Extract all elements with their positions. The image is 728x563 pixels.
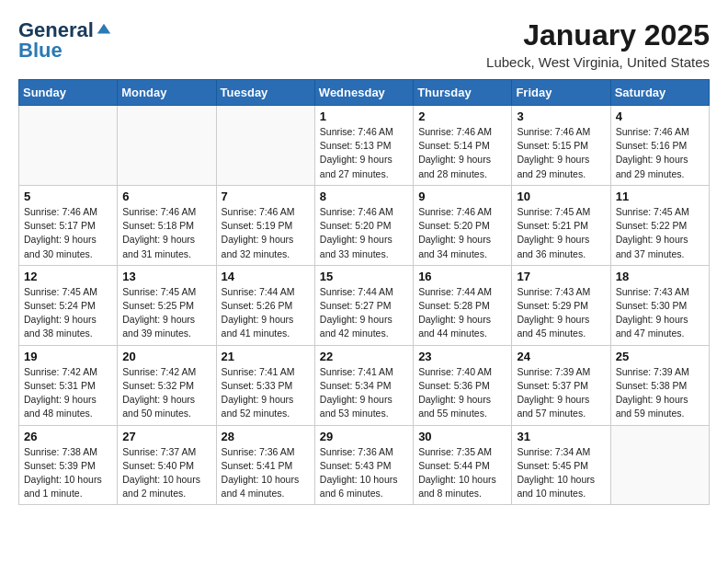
calendar-cell: 28Sunrise: 7:36 AM Sunset: 5:41 PM Dayli… xyxy=(216,425,314,505)
day-number: 22 xyxy=(320,350,408,363)
calendar-cell xyxy=(216,106,314,186)
calendar-cell: 13Sunrise: 7:45 AM Sunset: 5:25 PM Dayli… xyxy=(118,265,216,345)
calendar-cell: 30Sunrise: 7:35 AM Sunset: 5:44 PM Dayli… xyxy=(414,425,512,505)
day-number: 31 xyxy=(517,430,605,443)
day-header-saturday: Saturday xyxy=(610,80,709,106)
day-info: Sunrise: 7:46 AM Sunset: 5:19 PM Dayligh… xyxy=(222,205,310,261)
day-number: 7 xyxy=(222,190,310,203)
calendar-cell xyxy=(610,425,709,505)
calendar-cell: 31Sunrise: 7:34 AM Sunset: 5:45 PM Dayli… xyxy=(512,425,610,505)
calendar-cell: 25Sunrise: 7:39 AM Sunset: 5:38 PM Dayli… xyxy=(610,345,709,425)
day-number: 2 xyxy=(418,109,506,123)
calendar-cell: 10Sunrise: 7:45 AM Sunset: 5:21 PM Dayli… xyxy=(512,185,610,265)
calendar-cell: 4Sunrise: 7:46 AM Sunset: 5:16 PM Daylig… xyxy=(610,106,709,186)
week-row-2: 5Sunrise: 7:46 AM Sunset: 5:17 PM Daylig… xyxy=(19,185,710,265)
day-number: 25 xyxy=(616,350,704,363)
day-number: 30 xyxy=(418,430,506,443)
week-row-1: 1Sunrise: 7:46 AM Sunset: 5:13 PM Daylig… xyxy=(19,106,710,186)
calendar-cell: 15Sunrise: 7:44 AM Sunset: 5:27 PM Dayli… xyxy=(314,265,413,345)
day-number: 21 xyxy=(222,350,310,363)
calendar-cell: 22Sunrise: 7:41 AM Sunset: 5:34 PM Dayli… xyxy=(314,345,413,425)
svg-marker-0 xyxy=(97,24,110,34)
day-number: 5 xyxy=(24,190,112,203)
calendar-cell: 12Sunrise: 7:45 AM Sunset: 5:24 PM Dayli… xyxy=(19,265,118,345)
day-number: 14 xyxy=(222,270,310,283)
calendar-cell: 24Sunrise: 7:39 AM Sunset: 5:37 PM Dayli… xyxy=(512,345,610,425)
week-row-3: 12Sunrise: 7:45 AM Sunset: 5:24 PM Dayli… xyxy=(19,265,710,345)
day-number: 26 xyxy=(24,430,112,443)
location: Lubeck, West Virginia, United States xyxy=(486,54,710,70)
day-info: Sunrise: 7:38 AM Sunset: 5:39 PM Dayligh… xyxy=(24,445,112,501)
logo-blue: Blue xyxy=(18,39,63,63)
calendar-cell xyxy=(118,106,216,186)
day-number: 13 xyxy=(122,270,210,283)
day-info: Sunrise: 7:46 AM Sunset: 5:20 PM Dayligh… xyxy=(418,205,506,261)
day-number: 24 xyxy=(517,350,605,363)
calendar-cell: 14Sunrise: 7:44 AM Sunset: 5:26 PM Dayli… xyxy=(216,265,314,345)
calendar-cell: 16Sunrise: 7:44 AM Sunset: 5:28 PM Dayli… xyxy=(414,265,512,345)
day-info: Sunrise: 7:46 AM Sunset: 5:13 PM Dayligh… xyxy=(320,125,408,181)
day-info: Sunrise: 7:39 AM Sunset: 5:37 PM Dayligh… xyxy=(517,365,605,421)
day-number: 19 xyxy=(24,350,112,363)
calendar-cell: 27Sunrise: 7:37 AM Sunset: 5:40 PM Dayli… xyxy=(118,425,216,505)
day-number: 11 xyxy=(616,190,704,203)
day-info: Sunrise: 7:41 AM Sunset: 5:34 PM Dayligh… xyxy=(320,365,408,421)
day-info: Sunrise: 7:36 AM Sunset: 5:43 PM Dayligh… xyxy=(320,445,408,501)
day-info: Sunrise: 7:34 AM Sunset: 5:45 PM Dayligh… xyxy=(517,445,605,501)
header: General Blue January 2025 Lubeck, West V… xyxy=(18,18,710,70)
day-info: Sunrise: 7:40 AM Sunset: 5:36 PM Dayligh… xyxy=(418,365,506,421)
calendar-cell: 9Sunrise: 7:46 AM Sunset: 5:20 PM Daylig… xyxy=(414,185,512,265)
day-info: Sunrise: 7:43 AM Sunset: 5:30 PM Dayligh… xyxy=(616,285,704,341)
day-info: Sunrise: 7:35 AM Sunset: 5:44 PM Dayligh… xyxy=(418,445,506,501)
day-info: Sunrise: 7:41 AM Sunset: 5:33 PM Dayligh… xyxy=(222,365,310,421)
calendar-cell: 5Sunrise: 7:46 AM Sunset: 5:17 PM Daylig… xyxy=(19,185,118,265)
day-number: 17 xyxy=(517,270,605,283)
day-info: Sunrise: 7:45 AM Sunset: 5:24 PM Dayligh… xyxy=(24,285,112,341)
calendar-cell: 8Sunrise: 7:46 AM Sunset: 5:20 PM Daylig… xyxy=(314,185,413,265)
day-header-monday: Monday xyxy=(118,80,216,106)
day-header-tuesday: Tuesday xyxy=(216,80,314,106)
logo: General Blue xyxy=(18,18,112,63)
day-number: 27 xyxy=(122,430,210,443)
day-info: Sunrise: 7:39 AM Sunset: 5:38 PM Dayligh… xyxy=(616,365,704,421)
day-header-sunday: Sunday xyxy=(19,80,118,106)
day-info: Sunrise: 7:42 AM Sunset: 5:31 PM Dayligh… xyxy=(24,365,112,421)
title-area: January 2025 Lubeck, West Virginia, Unit… xyxy=(486,18,710,70)
day-header-friday: Friday xyxy=(512,80,610,106)
calendar: SundayMondayTuesdayWednesdayThursdayFrid… xyxy=(18,79,710,505)
logo-icon xyxy=(96,22,112,39)
calendar-cell: 2Sunrise: 7:46 AM Sunset: 5:14 PM Daylig… xyxy=(414,106,512,186)
day-number: 16 xyxy=(418,270,506,283)
day-number: 20 xyxy=(122,350,210,363)
calendar-cell: 29Sunrise: 7:36 AM Sunset: 5:43 PM Dayli… xyxy=(314,425,413,505)
day-info: Sunrise: 7:44 AM Sunset: 5:27 PM Dayligh… xyxy=(320,285,408,341)
day-number: 23 xyxy=(418,350,506,363)
week-row-4: 19Sunrise: 7:42 AM Sunset: 5:31 PM Dayli… xyxy=(19,345,710,425)
calendar-cell: 17Sunrise: 7:43 AM Sunset: 5:29 PM Dayli… xyxy=(512,265,610,345)
day-info: Sunrise: 7:46 AM Sunset: 5:18 PM Dayligh… xyxy=(122,205,210,261)
day-number: 12 xyxy=(24,270,112,283)
calendar-cell: 6Sunrise: 7:46 AM Sunset: 5:18 PM Daylig… xyxy=(118,185,216,265)
day-number: 15 xyxy=(320,270,408,283)
day-info: Sunrise: 7:42 AM Sunset: 5:32 PM Dayligh… xyxy=(122,365,210,421)
day-number: 1 xyxy=(320,109,408,123)
day-info: Sunrise: 7:46 AM Sunset: 5:15 PM Dayligh… xyxy=(517,125,605,181)
calendar-cell: 20Sunrise: 7:42 AM Sunset: 5:32 PM Dayli… xyxy=(118,345,216,425)
day-info: Sunrise: 7:44 AM Sunset: 5:28 PM Dayligh… xyxy=(418,285,506,341)
calendar-cell: 19Sunrise: 7:42 AM Sunset: 5:31 PM Dayli… xyxy=(19,345,118,425)
calendar-cell: 11Sunrise: 7:45 AM Sunset: 5:22 PM Dayli… xyxy=(610,185,709,265)
calendar-cell: 3Sunrise: 7:46 AM Sunset: 5:15 PM Daylig… xyxy=(512,106,610,186)
calendar-cell: 21Sunrise: 7:41 AM Sunset: 5:33 PM Dayli… xyxy=(216,345,314,425)
calendar-cell: 1Sunrise: 7:46 AM Sunset: 5:13 PM Daylig… xyxy=(314,106,413,186)
day-header-thursday: Thursday xyxy=(414,80,512,106)
day-number: 29 xyxy=(320,430,408,443)
day-info: Sunrise: 7:43 AM Sunset: 5:29 PM Dayligh… xyxy=(517,285,605,341)
calendar-cell xyxy=(19,106,118,186)
day-info: Sunrise: 7:46 AM Sunset: 5:17 PM Dayligh… xyxy=(24,205,112,261)
day-info: Sunrise: 7:45 AM Sunset: 5:21 PM Dayligh… xyxy=(517,205,605,261)
day-info: Sunrise: 7:36 AM Sunset: 5:41 PM Dayligh… xyxy=(222,445,310,501)
day-info: Sunrise: 7:45 AM Sunset: 5:25 PM Dayligh… xyxy=(122,285,210,341)
day-number: 3 xyxy=(517,109,605,123)
day-info: Sunrise: 7:46 AM Sunset: 5:20 PM Dayligh… xyxy=(320,205,408,261)
day-info: Sunrise: 7:46 AM Sunset: 5:16 PM Dayligh… xyxy=(616,125,704,181)
